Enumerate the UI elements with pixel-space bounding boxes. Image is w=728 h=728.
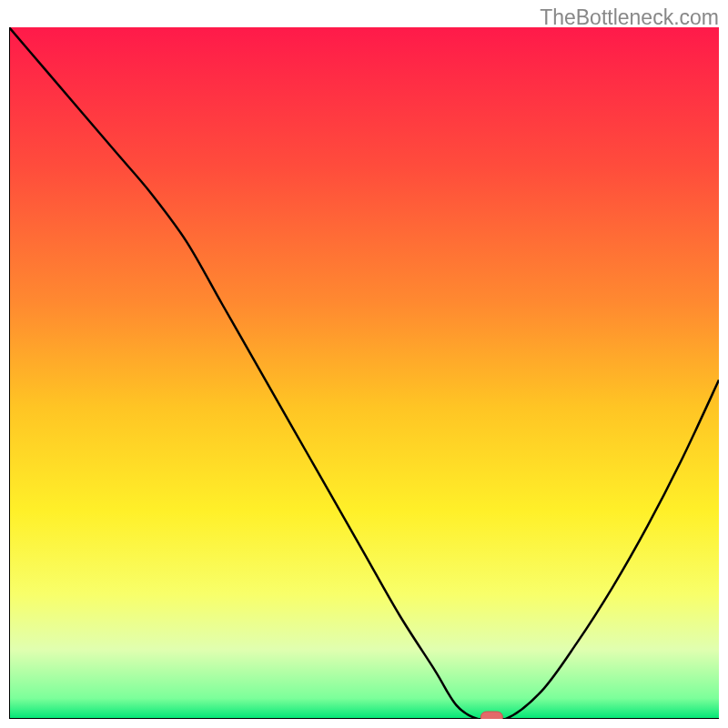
watermark-text: TheBottleneck.com <box>540 5 719 30</box>
optimal-marker <box>480 712 502 719</box>
chart-container: TheBottleneck.com <box>0 0 728 728</box>
chart-background <box>9 27 719 719</box>
chart-plot <box>9 27 719 719</box>
